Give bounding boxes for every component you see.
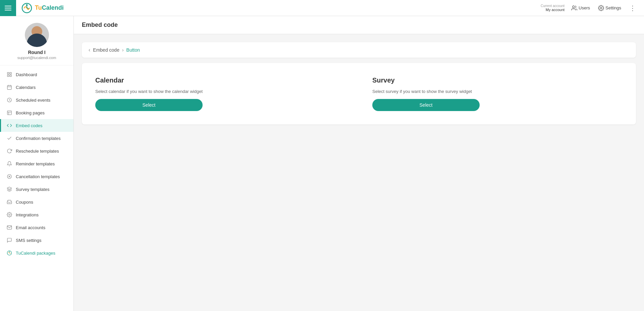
svg-rect-15	[7, 111, 11, 115]
svg-rect-10	[7, 86, 11, 90]
sidebar-item-label: TuCalendi packages	[16, 251, 55, 256]
sidebar-item-booking-pages[interactable]: Booking pages	[0, 106, 73, 119]
sidebar-item-label: Reminder templates	[16, 161, 55, 166]
sidebar: Round I support@tucalendi.com Dashboard	[0, 16, 74, 311]
grid-icon	[6, 71, 12, 77]
bell-icon	[6, 161, 12, 167]
svg-marker-21	[7, 187, 11, 189]
hamburger-icon	[5, 6, 11, 10]
content-header: Embed code	[74, 16, 644, 34]
breadcrumb-back-button[interactable]: ‹	[89, 47, 90, 53]
survey-select-button[interactable]: Select	[372, 99, 480, 111]
account-info: Current account My account	[541, 4, 565, 12]
selection-card: Calendar Select calendar if you want to …	[82, 63, 636, 124]
topbar-right: Current account My account Users Setting…	[541, 3, 644, 13]
sidebar-item-survey-templates[interactable]: Survey templates	[0, 183, 73, 196]
svg-rect-9	[10, 75, 11, 76]
integrations-icon	[6, 212, 12, 218]
sidebar-item-label: Scheduled events	[16, 98, 50, 103]
x-circle-icon	[6, 173, 12, 179]
breadcrumb-current: Button	[126, 47, 140, 53]
hamburger-button[interactable]	[0, 0, 16, 16]
topbar: TuCalendi Current account My account Use…	[0, 0, 644, 16]
sidebar-item-label: Survey templates	[16, 187, 49, 192]
survey-option-title: Survey	[372, 76, 623, 84]
breadcrumb-parent[interactable]: Embed code	[93, 47, 119, 53]
message-icon	[6, 237, 12, 243]
svg-rect-7	[10, 72, 11, 74]
sidebar-item-label: Embed codes	[16, 123, 43, 128]
svg-rect-6	[7, 72, 9, 74]
inbox-icon	[6, 199, 12, 205]
sidebar-item-label: Booking pages	[16, 110, 45, 115]
survey-option: Survey Select survey if you want to show…	[372, 76, 623, 111]
layers-icon	[6, 186, 12, 192]
sidebar-item-confirmation-templates[interactable]: Confirmation templates	[0, 132, 73, 145]
sidebar-item-reminder-templates[interactable]: Reminder templates	[0, 157, 73, 170]
sidebar-item-calendars[interactable]: Calendars	[0, 81, 73, 94]
sidebar-item-label: Cancellation templates	[16, 174, 60, 179]
sidebar-item-scheduled-events[interactable]: Scheduled events	[0, 94, 73, 106]
breadcrumb-card: ‹ Embed code › Button	[82, 42, 636, 58]
main-layout: Round I support@tucalendi.com Dashboard	[0, 16, 644, 311]
sidebar-nav: Dashboard Calendars Scheduled events	[0, 65, 73, 311]
sidebar-item-label: Coupons	[16, 200, 33, 205]
calendar-icon	[6, 84, 12, 90]
content-body: ‹ Embed code › Button Calendar Select ca…	[74, 34, 644, 133]
sidebar-item-sms-settings[interactable]: SMS settings	[0, 234, 73, 247]
breadcrumb-chevron-icon: ›	[122, 47, 124, 53]
content: Embed code ‹ Embed code › Button Calenda…	[74, 16, 644, 311]
calendar-option-description: Select calendar if you want to show the …	[95, 88, 345, 95]
svg-rect-8	[7, 75, 9, 76]
clock-icon	[6, 97, 12, 103]
settings-button[interactable]: Settings	[595, 4, 624, 12]
profile-email: support@tucalendi.com	[17, 56, 56, 60]
logo-icon	[21, 3, 32, 13]
svg-point-22	[9, 214, 10, 215]
check-icon	[6, 135, 12, 141]
sidebar-item-label: Integrations	[16, 212, 39, 217]
sidebar-item-label: Confirmation templates	[16, 136, 61, 141]
logo-text: TuCalendi	[35, 4, 64, 11]
tucalendi-logo-icon	[6, 250, 12, 256]
more-button[interactable]: ⋮	[627, 3, 639, 13]
sidebar-item-embed-codes[interactable]: Embed codes	[0, 119, 73, 132]
page-title: Embed code	[82, 21, 636, 29]
mail-icon	[6, 224, 12, 230]
code-icon	[6, 122, 12, 128]
sidebar-item-email-accounts[interactable]: Email accounts	[0, 221, 73, 234]
sidebar-item-integrations[interactable]: Integrations	[0, 208, 73, 221]
sidebar-item-label: Calendars	[16, 85, 36, 90]
sidebar-item-label: Email accounts	[16, 225, 45, 230]
sidebar-profile: Round I support@tucalendi.com	[0, 16, 73, 65]
calendar-option: Calendar Select calendar if you want to …	[95, 76, 345, 111]
avatar	[25, 23, 49, 47]
users-button[interactable]: Users	[569, 4, 593, 12]
calendar-select-button[interactable]: Select	[95, 99, 203, 111]
calendar-option-title: Calendar	[95, 76, 345, 84]
sidebar-item-tucalendi-packages[interactable]: TuCalendi packages	[0, 247, 73, 259]
settings-icon	[598, 5, 604, 11]
sidebar-item-label: SMS settings	[16, 238, 42, 243]
avatar-image	[25, 23, 49, 47]
sidebar-item-reschedule-templates[interactable]: Reschedule templates	[0, 145, 73, 157]
sidebar-item-cancellation-templates[interactable]: Cancellation templates	[0, 170, 73, 183]
users-icon	[571, 5, 577, 11]
sidebar-item-label: Dashboard	[16, 72, 37, 77]
profile-name: Round I	[28, 50, 45, 55]
logo[interactable]: TuCalendi	[16, 3, 69, 13]
survey-option-description: Select survey if you want to show the su…	[372, 88, 623, 95]
svg-point-4	[573, 6, 575, 8]
sidebar-item-label: Reschedule templates	[16, 149, 59, 154]
sidebar-item-coupons[interactable]: Coupons	[0, 196, 73, 208]
refresh-icon	[6, 148, 12, 154]
svg-point-5	[600, 7, 602, 9]
bookmark-icon	[6, 110, 12, 116]
sidebar-item-dashboard[interactable]: Dashboard	[0, 68, 73, 81]
